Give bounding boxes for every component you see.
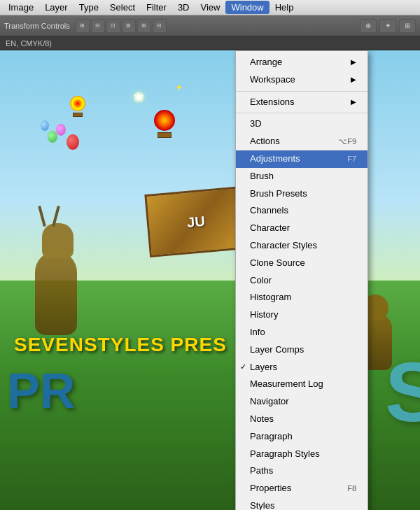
fireworks-2: ✦ xyxy=(175,82,183,93)
window-dropdown-menu: Arrange ▶ Workspace ▶ Extensions ▶ 3D Ac… xyxy=(235,50,368,510)
deer-area xyxy=(14,195,98,335)
menu-item-brush[interactable]: Brush xyxy=(236,168,368,185)
main-canvas-area: ✺ ✦ JU SEVENSTYLES PRES PR S xyxy=(0,50,420,510)
balloon-blue-small xyxy=(41,120,49,131)
toolbar-icon-right-2[interactable]: ✦ xyxy=(379,19,396,33)
menubar-item-image[interactable]: Image xyxy=(3,1,39,14)
menu-item-styles[interactable]: Styles xyxy=(236,497,368,510)
menu-separator-1 xyxy=(236,91,368,92)
toolbar-icon-3[interactable]: ⊡ xyxy=(106,19,120,33)
balloon-pink xyxy=(56,124,66,136)
info-text: EN, CMYK/8) xyxy=(6,39,52,48)
menubar-item-window[interactable]: Window xyxy=(225,1,269,14)
arrow-icon: ▶ xyxy=(351,97,356,108)
menu-item-properties[interactable]: Properties F8 xyxy=(236,480,368,497)
toolbar-icon-5[interactable]: ⊞ xyxy=(137,19,151,33)
menu-item-3d[interactable]: 3D xyxy=(236,115,368,133)
canvas-text-right: S xyxy=(385,343,420,440)
menu-item-paragraph-styles[interactable]: Paragraph Styles xyxy=(236,446,368,463)
menubar-item-layer[interactable]: Layer xyxy=(39,1,74,14)
hot-air-balloon xyxy=(154,110,175,135)
menu-item-paragraph[interactable]: Paragraph xyxy=(236,428,368,446)
menubar-item-view[interactable]: View xyxy=(195,1,226,14)
toolbar-label: Transform Controls xyxy=(4,22,70,30)
arrow-icon: ▶ xyxy=(351,57,356,68)
menubar-item-help[interactable]: Help xyxy=(270,1,300,14)
menu-item-history[interactable]: History xyxy=(236,306,368,324)
menu-item-adjustments[interactable]: Adjustments F7 xyxy=(236,150,368,168)
menu-item-navigator[interactable]: Navigator xyxy=(236,393,368,411)
menubar-item-filter[interactable]: Filter xyxy=(141,1,172,14)
menu-item-color[interactable]: Color xyxy=(236,272,368,290)
canvas-text-sevenstyles: SEVENSTYLES PRES xyxy=(14,334,227,356)
menubar-item-type[interactable]: Type xyxy=(74,1,104,14)
canvas-text-pr: PR xyxy=(7,363,75,419)
menu-item-clone-source[interactable]: Clone Source xyxy=(236,255,368,272)
toolbar-icon-1[interactable]: ⊞ xyxy=(76,19,90,33)
menu-item-layers[interactable]: ✓ Layers xyxy=(236,359,368,376)
menu-item-histogram[interactable]: Histogram xyxy=(236,289,368,306)
fireworks: ✺ xyxy=(133,89,145,106)
toolbar-icon-right-1[interactable]: ⊕ xyxy=(360,19,377,33)
menubar-item-select[interactable]: Select xyxy=(104,1,141,14)
info-bar: EN, CMYK/8) xyxy=(0,36,420,50)
arrow-icon: ▶ xyxy=(351,74,356,85)
menu-item-extensions[interactable]: Extensions ▶ xyxy=(236,94,368,111)
toolbar-icon-2[interactable]: ⊟ xyxy=(91,19,105,33)
balloon-green xyxy=(48,131,57,143)
menu-item-character[interactable]: Character xyxy=(236,220,368,237)
shortcut-properties: F8 xyxy=(347,483,356,495)
menu-item-paths[interactable]: Paths xyxy=(236,462,368,480)
menu-item-channels[interactable]: Channels xyxy=(236,202,368,220)
menu-item-layer-comps[interactable]: Layer Comps xyxy=(236,341,368,359)
toolbar-icon-right-3[interactable]: ⊞ xyxy=(399,19,416,33)
shortcut-adjustments: F7 xyxy=(347,153,356,166)
menu-item-brush-presets[interactable]: Brush Presets xyxy=(236,185,368,203)
menu-item-actions[interactable]: Actions ⌥F9 xyxy=(236,133,368,150)
menu-item-character-styles[interactable]: Character Styles xyxy=(236,237,368,255)
menu-separator-2 xyxy=(236,113,368,113)
check-icon: ✓ xyxy=(240,361,246,374)
menu-item-arrange[interactable]: Arrange ▶ xyxy=(236,54,368,71)
menubar-item-3d[interactable]: 3D xyxy=(172,1,195,14)
menu-item-notes[interactable]: Notes xyxy=(236,411,368,428)
menu-item-info[interactable]: Info xyxy=(236,324,368,341)
balloon-red xyxy=(66,134,79,150)
wood-sign: JU xyxy=(144,186,247,257)
toolbar-icon-4[interactable]: ⊠ xyxy=(122,19,136,33)
shortcut-actions: ⌥F9 xyxy=(338,136,356,148)
hot-air-balloon-2 xyxy=(70,96,85,115)
toolbar: Transform Controls ⊞ ⊟ ⊡ ⊠ ⊞ ⊟ ⊕ ✦ ⊞ xyxy=(0,15,420,36)
menu-item-workspace[interactable]: Workspace ▶ xyxy=(236,71,368,89)
menu-item-measurement-log[interactable]: Measurement Log xyxy=(236,376,368,393)
menubar: Image Layer Type Select Filter 3D View W… xyxy=(0,0,420,15)
toolbar-icon-6[interactable]: ⊟ xyxy=(153,19,167,33)
